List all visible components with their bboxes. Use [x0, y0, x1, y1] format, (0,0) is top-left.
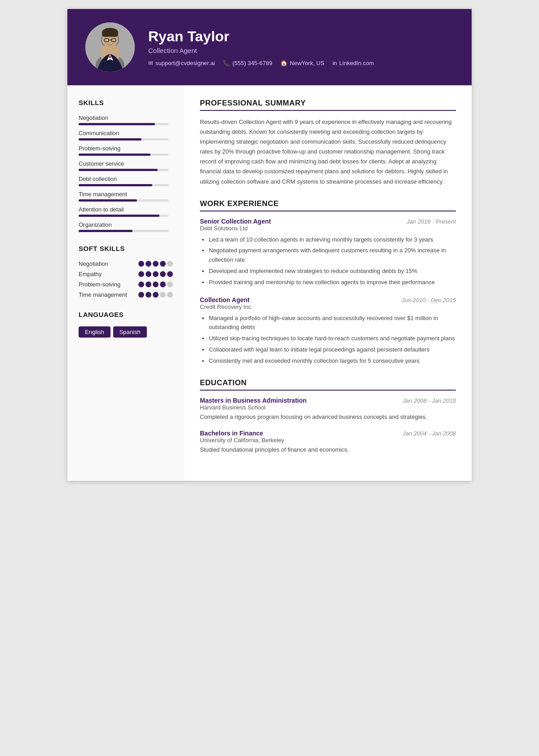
location-icon: 🏠: [280, 60, 287, 66]
job-bullet: Managed a portfolio of high-value accoun…: [209, 314, 456, 333]
contact-phone: 📞 (555) 345-6789: [223, 60, 272, 66]
job-header: Senior Collection Agent Jan 2016 - Prese…: [200, 218, 456, 225]
edu-degree: Masters in Business Administration: [200, 397, 307, 404]
skills-heading: SKILLS: [79, 99, 173, 108]
contact-email: ✉ support@cvdesigner.ai: [148, 60, 215, 66]
dot: [167, 261, 173, 267]
skill-item: Customer service: [79, 160, 173, 171]
job-title: Senior Collection Agent: [200, 218, 271, 225]
edu-date: Jan 2008 - Jan 2010: [402, 397, 456, 404]
body-section: SKILLS Negotiation Communication Problem…: [67, 85, 472, 481]
skill-bar: [79, 138, 168, 141]
dot: [160, 271, 166, 277]
jobs-list: Senior Collection Agent Jan 2016 - Prese…: [200, 218, 456, 366]
soft-skills-list: NegotiationEmpathyProblem-solvingTime ma…: [79, 260, 173, 298]
sidebar: SKILLS Negotiation Communication Problem…: [67, 85, 184, 481]
skills-section: SKILLS Negotiation Communication Problem…: [79, 99, 173, 232]
job-bullets: Managed a portfolio of high-value accoun…: [200, 314, 456, 366]
job-bullet: Developed and implemented new strategies…: [209, 267, 456, 276]
skill-bar-fill: [79, 199, 137, 202]
main-content: PROFESSIONAL SUMMARY Results-driven Coll…: [184, 85, 472, 481]
education-section: EDUCATION Masters in Business Administra…: [200, 378, 456, 455]
dot: [138, 271, 144, 277]
dot: [138, 281, 144, 287]
job-date: Jun 2010 - Dec 2015: [402, 297, 456, 303]
skill-bar: [79, 184, 168, 186]
edu-school: Harvard Business School: [200, 404, 456, 411]
skill-item: Problem-solving: [79, 145, 173, 156]
skill-item: Debt collection: [79, 176, 173, 186]
job-entry: Collection Agent Jun 2010 - Dec 2015 Cre…: [200, 296, 456, 366]
skill-bar-fill: [79, 230, 133, 232]
skill-item: Communication: [79, 130, 173, 141]
soft-skill-dots: [138, 261, 173, 267]
linkedin-icon: in: [332, 60, 337, 66]
skill-name: Communication: [79, 130, 173, 136]
education-entry: Masters in Business Administration Jan 2…: [200, 397, 456, 422]
languages-list: EnglishSpanish: [79, 326, 173, 340]
candidate-name: Ryan Taylor: [148, 28, 374, 45]
language-tag: English: [79, 326, 110, 338]
soft-skill-item: Empathy: [79, 271, 173, 277]
phone-icon: 📞: [223, 60, 230, 66]
candidate-title: Collection Agent: [148, 47, 374, 54]
dot: [146, 261, 151, 267]
dot: [153, 281, 159, 287]
education-list: Masters in Business Administration Jan 2…: [200, 397, 456, 455]
edu-header: Bachelors in Finance Jan 2004 - Jan 2008: [200, 430, 456, 437]
skill-bar: [79, 230, 168, 232]
job-bullet: Led a team of 10 collection agents in ac…: [209, 235, 456, 245]
soft-skill-item: Negotiation: [79, 260, 173, 267]
dot: [167, 281, 173, 287]
languages-heading: LANGUAGES: [79, 311, 173, 320]
job-date: Jan 2016 - Present: [406, 218, 456, 225]
dot: [160, 281, 166, 287]
soft-skill-dots: [138, 281, 173, 287]
skill-bar: [79, 199, 168, 202]
edu-school: University of California, Berkeley: [200, 437, 456, 444]
header-info: Ryan Taylor Collection Agent ✉ support@c…: [148, 28, 374, 66]
skill-bar-fill: [79, 215, 159, 217]
edu-degree: Bachelors in Finance: [200, 430, 263, 437]
job-bullet: Collaborated with legal team to initiate…: [209, 345, 456, 355]
resume-container: Ryan Taylor Collection Agent ✉ support@c…: [67, 9, 472, 481]
job-bullet: Consistently met and exceeded monthly co…: [209, 356, 456, 366]
skill-item: Negotiation: [79, 114, 173, 125]
job-company: Debt Solutions Ltd: [200, 225, 456, 232]
edu-header: Masters in Business Administration Jan 2…: [200, 397, 456, 404]
soft-skills-heading: SOFT SKILLS: [79, 245, 173, 254]
skill-item: Attention to detail: [79, 206, 173, 217]
avatar: [85, 22, 135, 72]
edu-description: Completed a rigorous program focusing on…: [200, 413, 456, 422]
language-tag: Spanish: [113, 326, 147, 338]
header-contact: ✉ support@cvdesigner.ai 📞 (555) 345-6789…: [148, 60, 374, 66]
dot: [153, 271, 159, 277]
skill-name: Time management: [79, 191, 173, 198]
header-section: Ryan Taylor Collection Agent ✉ support@c…: [67, 9, 472, 85]
job-bullet: Negotiated payment arrangements with del…: [209, 246, 456, 265]
job-bullet: Utilized skip-tracing techniques to loca…: [209, 334, 456, 343]
dot: [167, 292, 173, 298]
skill-name: Problem-solving: [79, 145, 173, 152]
job-header: Collection Agent Jun 2010 - Dec 2015: [200, 296, 456, 303]
skill-name: Customer service: [79, 160, 173, 167]
edu-date: Jan 2004 - Jan 2008: [402, 430, 456, 437]
contact-linkedin: in LinkedIn.com: [332, 60, 374, 66]
job-bullets: Led a team of 10 collection agents in ac…: [200, 235, 456, 287]
soft-skill-name: Empathy: [79, 271, 102, 277]
skill-name: Attention to detail: [79, 206, 173, 213]
skill-bar-fill: [79, 123, 155, 125]
skill-bar: [79, 123, 168, 125]
soft-skill-item: Problem-solving: [79, 281, 173, 288]
job-bullet: Provided training and mentorship to new …: [209, 278, 456, 287]
skill-item: Organization: [79, 221, 173, 232]
svg-rect-6: [102, 31, 118, 37]
dot: [153, 292, 159, 298]
work-experience-section: WORK EXPERIENCE Senior Collection Agent …: [200, 199, 456, 366]
skill-name: Debt collection: [79, 176, 173, 182]
skills-list: Negotiation Communication Problem-solvin…: [79, 114, 173, 232]
summary-text: Results-driven Collection Agent with 9 y…: [200, 117, 456, 187]
soft-skill-name: Problem-solving: [79, 281, 120, 288]
skill-bar-fill: [79, 184, 152, 186]
skill-name: Negotiation: [79, 114, 173, 121]
